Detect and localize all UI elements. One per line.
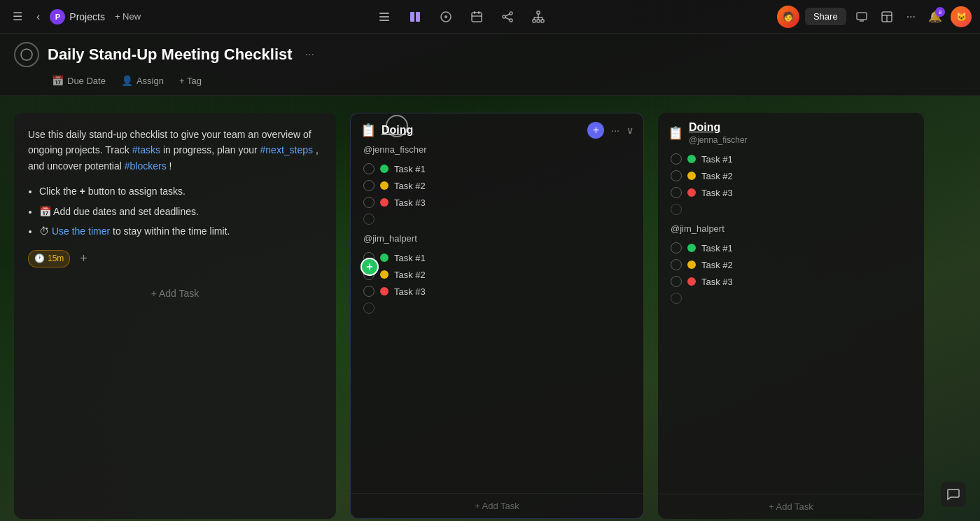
share-button[interactable]: Share [805,8,846,25]
bullet-2: 📅 Add due dates and set deadlines. [39,204,322,219]
center-card-actions: + ··· ∨ [587,122,634,139]
assignee-jenna-right: Task #1 Task #2 Task #3 [668,151,914,215]
task-checkbox[interactable] [671,242,682,253]
yellow-dot [380,270,388,279]
assign-icon: 👤 [121,75,133,86]
empty-checkbox[interactable] [363,214,374,225]
svg-point-11 [510,12,512,15]
desc-end3: ! [169,160,172,172]
task-item[interactable]: Task #3 [668,184,914,201]
right-card-body: Task #1 Task #2 Task #3 @jim_halpert [658,151,924,494]
task-checkbox[interactable] [363,163,374,174]
menu-icon: ☰ [13,10,22,23]
task-checkbox[interactable] [671,259,682,270]
plus-add-circle[interactable]: + [360,258,379,276]
notification-button[interactable]: 🔔 8 [925,7,945,26]
task-checkbox[interactable] [671,170,682,181]
svg-line-15 [505,14,510,16]
timer-badge[interactable]: 🕐 15m [28,250,70,268]
empty-checkbox[interactable] [671,293,682,304]
back-button[interactable]: ‹ [32,8,44,26]
task-checkbox[interactable] [363,180,374,191]
next-steps-link[interactable]: #next_steps [260,144,314,155]
task-item[interactable]: Task #2 [668,256,914,273]
current-user-avatar[interactable]: 🐱 [951,6,972,27]
center-card-add-button[interactable]: + [587,122,604,139]
task-label: Task #1 [701,154,733,165]
task-checkbox[interactable] [363,286,374,297]
empty-checkbox[interactable] [363,303,374,314]
svg-rect-4 [416,12,420,22]
list-view-icon[interactable] [374,7,394,27]
due-date-label: Due Date [67,76,106,86]
task-item[interactable]: Task #3 [360,283,634,300]
task-label: Task #1 [701,243,733,253]
svg-rect-3 [410,12,414,22]
svg-rect-2 [379,20,389,21]
task-checkbox[interactable] [671,153,682,165]
due-date-button[interactable]: 📅 Due Date [48,73,110,88]
center-card-add-task[interactable]: + Add Task [351,493,643,518]
task-item[interactable]: Task #2 [360,177,634,194]
right-card-header: 📋 Doing @jenna_fischer [658,113,924,151]
new-button[interactable]: + New [111,9,145,24]
task-checkbox[interactable] [671,276,682,287]
center-card-more-button[interactable]: ··· [608,123,622,137]
page-icon [14,42,39,67]
task-checkbox[interactable] [671,187,682,198]
svg-point-12 [503,15,505,18]
center-card-expand-button[interactable]: ∨ [626,125,634,136]
task-label: Task #3 [394,197,426,208]
page-more-button[interactable]: ··· [301,47,318,62]
assignee-jim-name: @jim_halpert [360,233,634,244]
blockers-link[interactable]: #blockers [125,160,167,172]
bullet-1: Click the + button to assign tasks. [39,183,322,199]
red-dot [380,287,388,296]
task-item[interactable]: Task #1 [668,151,914,167]
task-item[interactable]: Task #1 [668,239,914,256]
task-item[interactable]: Task #1 [360,249,634,266]
center-card-header: 📋 Doing + ··· ∨ [351,113,643,144]
more-options-button[interactable]: ··· [902,8,920,26]
task-item[interactable]: Task #2 [668,167,914,184]
board-view-icon[interactable] [405,7,425,27]
main-content: Use this daily stand-up checklist to giv… [0,96,980,521]
right-card-add-task[interactable]: + Add Task [658,494,924,519]
page-header: Daily Stand-Up Meeting Checklist ··· 📅 D… [0,34,980,96]
project-label[interactable]: Projects [69,11,105,22]
task-label: Task #2 [701,260,733,270]
yellow-dot [380,181,388,190]
share-view-icon[interactable] [498,7,517,27]
add-task-desc-button[interactable]: + Add Task [28,280,322,307]
menu-toggle-button[interactable]: ☰ [8,7,27,26]
timeline-view-icon[interactable] [436,7,456,27]
svg-rect-19 [541,20,544,22]
chat-button[interactable] [941,482,966,507]
task-item[interactable]: Task #3 [360,194,634,211]
assign-button[interactable]: 👤 Assign [117,73,168,88]
right-card-icon: 📋 [668,125,683,141]
bullet-3: ⏱ Use the timer to stay within the time … [39,223,322,239]
page-title-row: Daily Stand-Up Meeting Checklist ··· [14,42,966,67]
empty-checkbox[interactable] [671,204,682,215]
timer-link[interactable]: Use the timer [52,225,110,237]
add-timer-button[interactable]: + [76,249,92,269]
tag-button[interactable]: + Tag [175,74,206,88]
task-item[interactable]: Task #2 [360,266,634,283]
task-checkbox[interactable] [363,197,374,208]
org-view-icon[interactable] [528,7,548,27]
svg-rect-25 [857,13,867,20]
task-label: Task #3 [701,188,733,198]
screen-icon[interactable] [852,7,872,27]
task-item[interactable]: Task #3 [668,273,914,290]
layout-icon[interactable] [877,7,897,27]
right-card-title-col: Doing @jenna_fischer [689,121,914,145]
tasks-link[interactable]: #tasks [132,144,160,155]
calendar-view-icon[interactable] [467,7,486,27]
task-item[interactable]: Task #1 [360,160,634,177]
green-dot [687,244,696,252]
topbar-left: ☰ ‹ P Projects + New [8,7,145,26]
tag-label: + Tag [179,76,202,86]
user-avatar-topbar[interactable]: 🧑 [777,6,799,28]
desc-middle: in progress, plan your [163,144,258,155]
